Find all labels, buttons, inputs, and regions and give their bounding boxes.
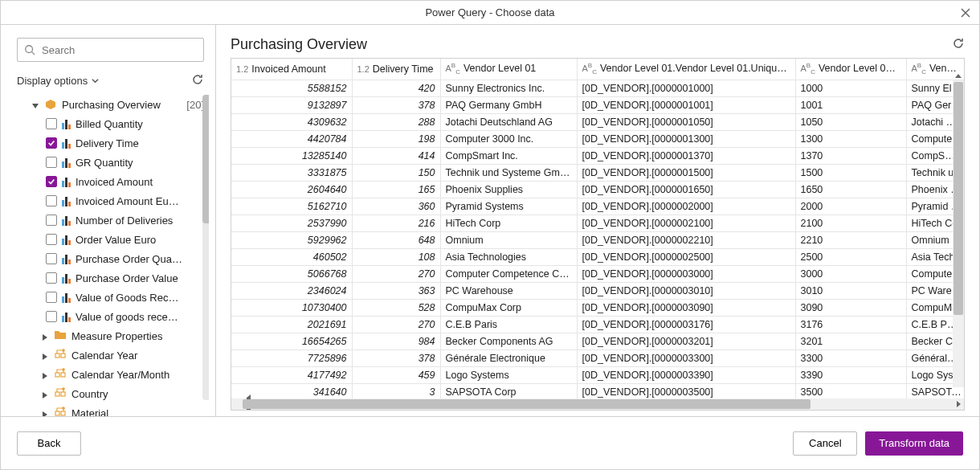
refresh-tree-button[interactable] [191, 73, 204, 88]
column-header[interactable]: 1.2Invoiced Amount [231, 59, 352, 80]
transform-data-button[interactable]: Transform data [865, 431, 963, 456]
expand-icon[interactable] [41, 390, 49, 398]
table-row[interactable]: 2021691 270 C.E.B Paris [0D_VENDOR].[000… [231, 316, 964, 333]
cell-vendor-unique: [0D_VENDOR].[0000001000] [577, 80, 795, 96]
scroll-right-arrow[interactable] [953, 398, 964, 410]
table-row[interactable]: 3331875 150 Technik und Systeme GmbH [0D… [231, 164, 964, 181]
checkbox[interactable] [46, 272, 57, 284]
tree-folder-item[interactable]: Material [17, 403, 204, 417]
tree-folder-item[interactable]: Country [17, 384, 204, 403]
checkbox[interactable] [46, 311, 57, 322]
cell-vendor-unique: [0D_VENDOR].[0000001650] [577, 181, 795, 198]
checkbox[interactable] [46, 292, 57, 303]
tree-folder-item[interactable]: Calendar Year [17, 345, 204, 365]
tree-measure-item[interactable]: Invoiced Amount Eu… [17, 191, 204, 210]
checkbox[interactable] [46, 253, 57, 264]
cell-vendor-unique: [0D_VENDOR].[0000003000] [577, 265, 795, 282]
tree-measure-item[interactable]: Value of goods rece… [17, 307, 204, 326]
table-row[interactable]: 5066768 270 Computer Competence Center …… [231, 265, 964, 282]
table-row[interactable]: 2346024 363 PC Warehouse [0D_VENDOR].[00… [231, 282, 964, 299]
tree-measure-item[interactable]: GR Quantity [17, 153, 204, 172]
tree-measure-item[interactable]: Invoiced Amount [17, 172, 204, 191]
cell-invoiced-amount: 4309632 [231, 113, 352, 130]
table-row[interactable]: 5929962 648 Omnium [0D_VENDOR].[00000022… [231, 231, 964, 248]
object-tree[interactable]: Purchasing Overview [20]Billed QuantityD… [17, 95, 209, 417]
tree-measure-item[interactable]: Delivery Time [17, 133, 204, 153]
cell-invoiced-amount: 4177492 [231, 366, 352, 383]
tree-item-label: Country [71, 388, 204, 400]
table-row[interactable]: 7725896 378 Générale Electronique [0D_VE… [231, 349, 964, 366]
table-row[interactable]: 13285140 414 CompSmart Inc. [0D_VENDOR].… [231, 147, 964, 164]
tree-measure-item[interactable]: Billed Quantity [17, 114, 204, 133]
scroll-left-arrow[interactable] [231, 398, 243, 410]
table-row[interactable]: 2604640 165 Phoenix Supplies [0D_VENDOR]… [231, 181, 964, 198]
tree-folder-item[interactable]: Measure Properties [17, 326, 204, 345]
grid-horizontal-scrollbar[interactable] [231, 398, 964, 410]
tree-folder-item[interactable]: Calendar Year/Month [17, 365, 204, 384]
tree-scrollbar[interactable] [202, 95, 209, 400]
close-button[interactable] [957, 4, 974, 22]
table-row[interactable]: 9132897 378 PAQ Germany GmbH [0D_VENDOR]… [231, 96, 964, 113]
table-row[interactable]: 460502 108 Asia Technologies [0D_VENDOR]… [231, 248, 964, 265]
cell-vendor-key: 1370 [795, 147, 906, 164]
column-header[interactable]: ABCVendor Level 01.Vendor Level 01.Uniqu… [577, 59, 795, 80]
svg-rect-4 [55, 373, 59, 377]
tree-measure-item[interactable]: Order Value Euro [17, 230, 204, 249]
checkbox[interactable] [46, 176, 57, 187]
back-button[interactable]: Back [17, 431, 81, 456]
cancel-button[interactable]: Cancel [793, 431, 857, 456]
checkbox[interactable] [46, 234, 57, 245]
checkbox[interactable] [46, 215, 57, 226]
vertical-scroll-thumb[interactable] [953, 82, 963, 315]
table-row[interactable]: 5588152 420 Sunny Electronics Inc. [0D_V… [231, 80, 964, 96]
cell-vendor-key: 3176 [795, 316, 906, 333]
checkbox[interactable] [46, 157, 57, 168]
checkbox[interactable] [46, 118, 57, 129]
navigator-panel: Display options Purchasing Overview [20]… [1, 25, 216, 417]
tree-scroll-thumb[interactable] [202, 95, 209, 223]
table-row[interactable]: 10730400 528 CompuMax Corp [0D_VENDOR].[… [231, 299, 964, 316]
column-header[interactable]: ABCVendor Level 01.Key [795, 59, 906, 80]
checkbox[interactable] [46, 195, 57, 206]
display-options-button[interactable]: Display options [17, 75, 100, 87]
cell-vendor: CompSmart Inc. [440, 147, 577, 164]
cell-delivery-time: 648 [352, 231, 440, 248]
tree-measure-item[interactable]: Value of Goods Rec… [17, 288, 204, 307]
column-header[interactable]: 1.2Delivery Time [352, 59, 440, 80]
expand-icon[interactable] [41, 351, 49, 359]
refresh-preview-button[interactable] [952, 37, 965, 52]
tree-measure-item[interactable]: Purchase Order Value [17, 268, 204, 288]
display-options-label: Display options [17, 75, 88, 87]
table-row[interactable]: 16654265 984 Becker Components AG [0D_VE… [231, 333, 964, 349]
cell-invoiced-amount: 3331875 [231, 164, 352, 181]
tree-measure-item[interactable]: Purchase Order Qua… [17, 249, 204, 268]
cell-invoiced-amount: 5066768 [231, 265, 352, 282]
table-row[interactable]: 4309632 288 Jotachi Deutschland AG [0D_V… [231, 113, 964, 130]
table-row[interactable]: 4177492 459 Logo Systems [0D_VENDOR].[00… [231, 366, 964, 383]
svg-rect-7 [55, 392, 59, 396]
expand-icon[interactable] [41, 370, 49, 378]
table-row[interactable]: 4420784 198 Computer 3000 Inc. [0D_VENDO… [231, 130, 964, 147]
column-header[interactable]: ABCVendor Level 01 [440, 59, 577, 80]
data-grid[interactable]: 1.2Invoiced Amount1.2Delivery TimeABCVen… [231, 58, 965, 411]
table-row[interactable]: 5162710 360 Pyramid Systems [0D_VENDOR].… [231, 198, 964, 215]
table-row[interactable]: 341640 3 SAPSOTA Corp [0D_VENDOR].[00000… [231, 383, 964, 398]
search-input[interactable] [40, 43, 197, 57]
scroll-up-arrow[interactable] [953, 71, 963, 80]
checkbox[interactable] [46, 137, 57, 149]
cell-invoiced-amount: 2346024 [231, 282, 352, 299]
horizontal-scroll-thumb[interactable] [243, 399, 811, 409]
header-row[interactable]: 1.2Invoiced Amount1.2Delivery TimeABCVen… [231, 59, 964, 80]
svg-rect-2 [61, 354, 65, 358]
search-box[interactable] [17, 38, 204, 62]
expand-icon[interactable] [41, 332, 49, 340]
svg-rect-5 [61, 373, 65, 377]
tree-root-item[interactable]: Purchasing Overview [20] [17, 95, 204, 114]
grid-vertical-scrollbar[interactable] [953, 80, 964, 387]
cell-vendor: Becker Components AG [440, 333, 577, 349]
tree-item-label: Invoiced Amount [76, 176, 204, 188]
table-row[interactable]: 2537990 216 HiTech Corp [0D_VENDOR].[000… [231, 215, 964, 231]
collapse-icon[interactable] [31, 100, 39, 108]
tree-measure-item[interactable]: Number of Deliveries [17, 210, 204, 230]
cell-invoiced-amount: 2604640 [231, 181, 352, 198]
